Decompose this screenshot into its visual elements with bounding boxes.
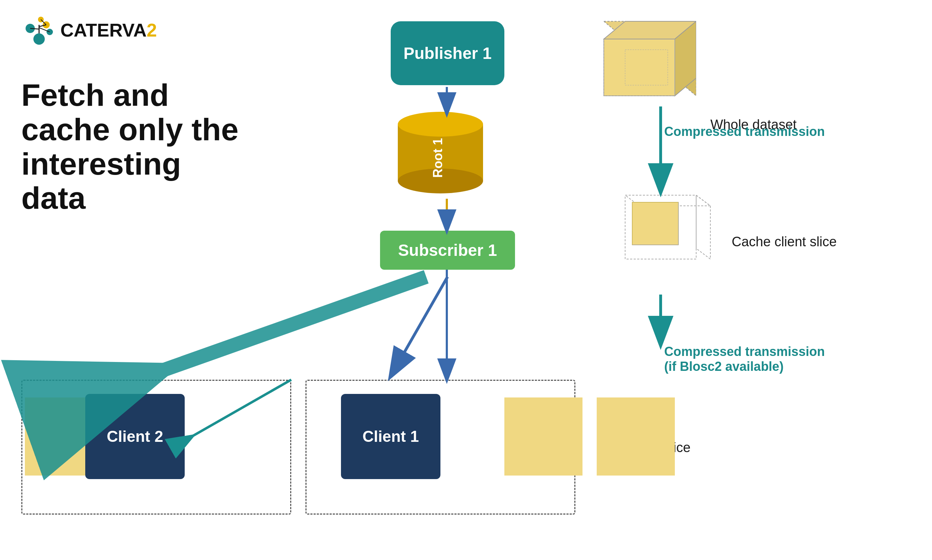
svg-rect-17 [604,39,675,96]
publisher-box: Publisher 1 [391,21,505,85]
root-cylinder: Root 1 [387,110,494,195]
client2-box: Client 2 [85,394,185,479]
client1-box: Client 1 [341,394,440,479]
cache-client-slice-label: Cache client slice [732,234,837,249]
cache-client-slice-box [604,192,718,284]
whole-dataset-box [576,14,696,114]
logo-area: CATERVA2 [21,14,157,46]
client1-tile [505,397,582,475]
svg-point-0 [33,33,45,45]
compressed-transmission-2-label: Compressed transmission (if Blosc2 avail… [664,344,825,374]
main-headline: Fetch and cache only the interesting dat… [21,78,242,215]
svg-marker-26 [696,195,710,259]
logo-text: CATERVA2 [60,20,157,41]
svg-text:Root 1: Root 1 [431,138,445,178]
interesting-slice-tile [597,397,675,475]
svg-rect-27 [632,202,678,245]
compressed-transmission-1-label: Compressed transmission [664,124,825,139]
subscriber-box: Subscriber 1 [380,231,515,270]
svg-point-12 [398,112,483,137]
caterva-logo-icon [21,14,57,46]
